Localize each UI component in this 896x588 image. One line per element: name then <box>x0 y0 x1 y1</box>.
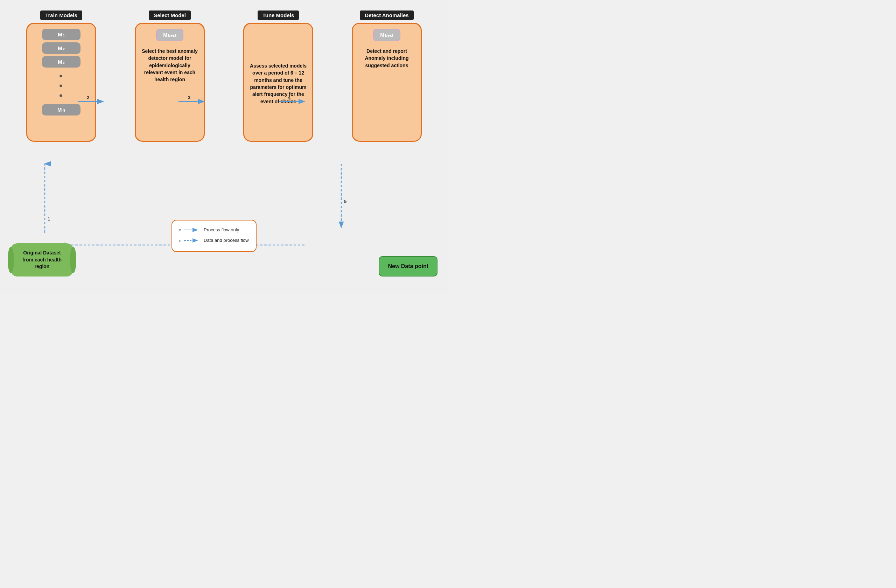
stage-train-models: Train Models M1 M2 M3 ••• Mn <box>26 11 96 142</box>
new-datapoint-wrapper: New Data point <box>379 256 437 277</box>
model-dots: ••• <box>59 71 63 101</box>
tune-models-text: Assess selected models over a period of … <box>248 62 308 105</box>
svg-text:n: n <box>179 228 181 232</box>
dashed-arrow-icon: n <box>179 238 200 243</box>
train-models-box: M1 M2 M3 ••• Mn <box>26 23 96 142</box>
dataset-wrapper: Original Dataset from each health region <box>11 243 73 277</box>
legend-box: n Process flow only n Data and process f… <box>172 220 256 252</box>
tune-models-box: Assess selected models over a period of … <box>243 23 313 142</box>
legend-solid-label: Process flow only <box>204 225 239 235</box>
solid-arrow-icon: n <box>179 227 200 232</box>
tune-models-label: Tune Models <box>258 11 299 20</box>
select-model-label: Select Model <box>149 11 191 20</box>
new-datapoint-box: New Data point <box>379 256 437 277</box>
model-list: M1 M2 M3 ••• Mn <box>32 29 91 116</box>
train-models-label: Train Models <box>40 11 82 20</box>
legend-wrapper: n Process flow only n Data and process f… <box>172 220 256 252</box>
mbest-badge-detect: Mbest <box>373 29 401 41</box>
legend-dashed-label: Data and process flow <box>204 236 249 245</box>
legend-dashed-row: n Data and process flow <box>179 236 249 245</box>
model-m1: M1 <box>42 29 81 40</box>
detect-anomalies-box: Mbest Detect and report Anomaly includin… <box>352 23 422 142</box>
select-model-box: Mbest Select the best anomaly detector m… <box>135 23 205 142</box>
mbest-badge-select: Mbest <box>156 29 183 41</box>
dataset-box: Original Dataset from each health region <box>11 243 73 277</box>
legend-solid-row: n Process flow only <box>179 225 249 235</box>
dataset-label: Original Dataset from each health region <box>23 250 62 269</box>
stage-detect-anomalies: Detect Anomalies Mbest Detect and report… <box>352 11 422 142</box>
model-m3: M3 <box>42 56 81 67</box>
stages-row: Train Models M1 M2 M3 ••• Mn Select Mode… <box>7 11 441 142</box>
arrow1-label: 1 <box>47 216 50 222</box>
select-model-text: Select the best anomaly detector model f… <box>140 47 200 83</box>
model-m2: M2 <box>42 43 81 54</box>
detect-anomalies-label: Detect Anomalies <box>360 11 413 20</box>
model-mn: Mn <box>42 104 81 116</box>
stage-select-model: Select Model Mbest Select the best anoma… <box>135 11 205 142</box>
arrow5-label: 5 <box>344 199 346 204</box>
new-datapoint-label: New Data point <box>388 263 428 269</box>
svg-text:n: n <box>179 238 181 242</box>
stage-tune-models: Tune Models Assess selected models over … <box>243 11 313 142</box>
detect-anomalies-text: Detect and report Anomaly including sugg… <box>357 47 416 69</box>
diagram-container: 2 3 4 1 5 6 Train Models M1 M2 M3 ••• <box>0 0 448 294</box>
